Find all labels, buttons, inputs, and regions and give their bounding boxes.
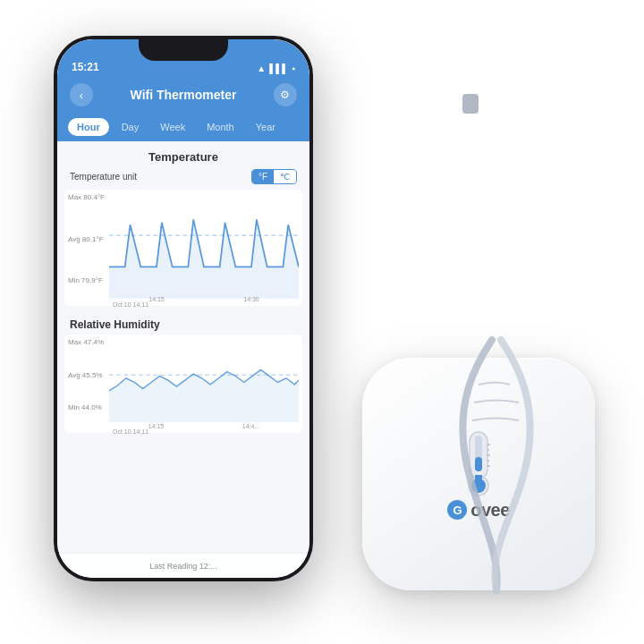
- temp-chart-labels: Max 80.4°F Avg 80.1°F Min 79.9°F: [68, 193, 105, 284]
- humidity-chart: Max 47.4% Avg 45.5% Min 44.0%: [64, 335, 302, 433]
- temp-section-title: Temperature: [57, 141, 309, 169]
- svg-marker-3: [109, 369, 299, 422]
- temp-chart: Max 80.4°F Avg 80.1°F Min 79.9°F: [64, 190, 302, 306]
- temp-date-label: Oct 10 14:11: [113, 301, 148, 308]
- battery-icon: ▪: [292, 64, 295, 73]
- humidity-section: Relative Humidity Max 47.4% Avg 45.5% Mi…: [57, 313, 309, 433]
- tab-week[interactable]: Week: [151, 118, 194, 136]
- settings-icon: ⚙: [280, 89, 290, 101]
- unit-f-button[interactable]: °F: [252, 170, 274, 183]
- content-area: Temperature Temperature unit °F ℃ Max 80…: [57, 141, 309, 578]
- lanyard-clip: [462, 94, 479, 114]
- temp-chart-svg: [109, 193, 299, 299]
- status-icons: ▲ ▌▌▌ ▪: [257, 51, 295, 73]
- scene: 15:21 ▲ ▌▌▌ ▪ ‹ Wifi Thermometer ⚙: [0, 0, 644, 644]
- unit-label-text: Temperature unit: [70, 172, 251, 182]
- tab-month[interactable]: Month: [198, 118, 243, 136]
- humidity-chart-svg: [109, 338, 299, 422]
- back-button[interactable]: ‹: [70, 83, 93, 106]
- tab-day[interactable]: Day: [113, 118, 148, 136]
- signal-icon: ▲: [257, 64, 266, 73]
- phone: 15:21 ▲ ▌▌▌ ▪ ‹ Wifi Thermometer ⚙: [54, 36, 313, 581]
- back-icon: ‹: [80, 89, 83, 102]
- nav-bar: ‹ Wifi Thermometer ⚙: [57, 77, 309, 113]
- temp-date: Oct 10 14:11: [109, 301, 299, 308]
- last-reading-text: Last Reading 12:...: [149, 562, 217, 571]
- svg-marker-1: [109, 219, 299, 298]
- hum-avg-label: Avg 45.5%: [68, 371, 104, 379]
- settings-button[interactable]: ⚙: [274, 83, 297, 106]
- unit-c-button[interactable]: ℃: [274, 170, 296, 183]
- nav-title: Wifi Thermometer: [131, 88, 237, 102]
- humidity-title: Relative Humidity: [57, 313, 309, 335]
- wifi-icon: ▌▌▌: [269, 64, 288, 73]
- tab-year[interactable]: Year: [247, 118, 284, 136]
- hum-max-label: Max 47.4%: [68, 338, 104, 346]
- temp-max-label: Max 80.4°F: [68, 193, 105, 201]
- tab-row: Hour Day Week Month Year: [57, 113, 309, 141]
- humidity-chart-labels: Max 47.4% Avg 45.5% Min 44.0%: [68, 338, 104, 411]
- unit-toggle[interactable]: °F ℃: [251, 169, 297, 184]
- lanyard-svg: [438, 331, 555, 599]
- hum-date: Oct 10 14:11: [109, 428, 299, 435]
- screen: 15:21 ▲ ▌▌▌ ▪ ‹ Wifi Thermometer ⚙: [57, 39, 309, 578]
- temp-min-label: Min 79.9°F: [68, 276, 105, 284]
- unit-row: Temperature unit °F ℃: [57, 169, 309, 190]
- temp-avg-label: Avg 80.1°F: [68, 235, 105, 243]
- tab-hour[interactable]: Hour: [68, 118, 109, 136]
- notch: [139, 39, 228, 61]
- hum-date-label: Oct 10 14:11: [113, 428, 148, 435]
- last-reading-bar: Last Reading 12:...: [57, 553, 309, 578]
- hum-min-label: Min 44.0%: [68, 403, 104, 411]
